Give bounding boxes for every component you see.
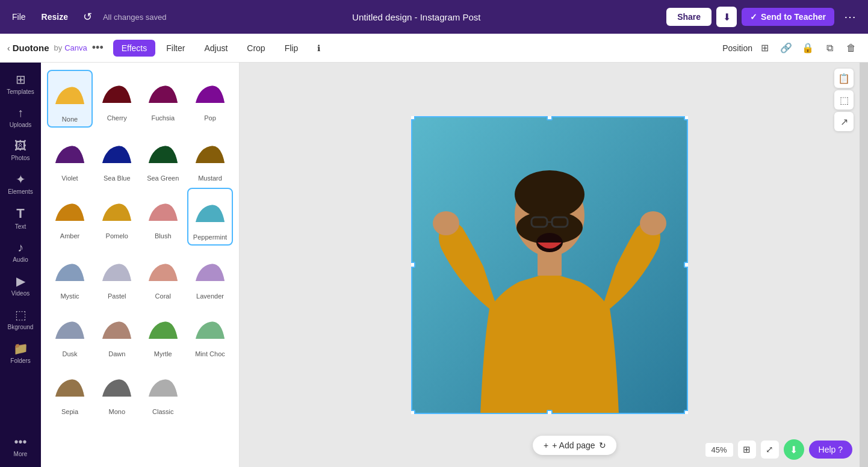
more-label: More [14, 451, 28, 457]
sidebar-item-folders[interactable]: 📁 Folders [2, 336, 39, 369]
send-teacher-button[interactable]: ✓ Send to Teacher [742, 8, 834, 26]
sidebar-item-uploads[interactable]: ↑ Uploads [2, 101, 39, 133]
add-page-label: + Add page [552, 441, 595, 450]
help-button[interactable]: Help ? [809, 441, 852, 459]
panel-more-button[interactable]: ••• [92, 42, 104, 54]
duotone-classic-icon [144, 367, 182, 406]
back-button[interactable]: ‹ Duotone [7, 43, 49, 53]
audio-icon: ♪ [17, 241, 23, 255]
notes-tool[interactable]: 📋 [834, 69, 854, 88]
duotone-fuchsia[interactable]: Fuchsia [141, 70, 185, 128]
duotone-pomelo[interactable]: Pomelo [95, 188, 139, 246]
canva-link[interactable]: Canva [64, 43, 87, 52]
svg-rect-4 [538, 252, 562, 276]
add-page-icon: + [544, 441, 548, 450]
copy-icon[interactable]: ⧉ [820, 39, 839, 58]
canvas-image[interactable]: ↻ [411, 116, 688, 414]
duotone-blush-icon [144, 191, 182, 230]
duotone-sepia[interactable]: Sepia [47, 363, 93, 419]
effects-button[interactable]: Effects [113, 40, 156, 57]
duotone-violet[interactable]: Violet [47, 130, 93, 185]
duotone-lavender-icon [191, 252, 229, 290]
delete-icon[interactable]: 🗑 [842, 39, 861, 58]
duotone-panel: None Cherry Fuchsia [41, 63, 240, 467]
crop-button[interactable]: Crop [238, 40, 273, 57]
sidebar-item-templates[interactable]: ⊞ Templates [2, 67, 39, 100]
filter-button[interactable]: Filter [158, 40, 193, 57]
duotone-mint-choc[interactable]: Mint Choc [187, 306, 233, 361]
elements-icon: ✦ [16, 172, 26, 187]
add-page-button[interactable]: + + Add page ↻ [533, 436, 616, 455]
duotone-dawn-icon [98, 309, 136, 348]
link-icon[interactable]: 🔗 [777, 39, 796, 58]
info-button[interactable]: ℹ [309, 40, 329, 57]
duotone-violet-icon [51, 134, 89, 172]
more-icon: ••• [14, 435, 26, 449]
share-button[interactable]: Share [666, 8, 711, 26]
duotone-mustard-label: Mustard [198, 175, 222, 182]
duotone-amber[interactable]: Amber [47, 188, 93, 246]
duotone-coral-icon [144, 252, 182, 290]
download-button[interactable]: ⬇ [716, 7, 737, 27]
grid-view-button[interactable]: ⊞ [738, 441, 756, 459]
zoom-level: 45% [705, 443, 733, 457]
sidebar-item-videos[interactable]: ▶ Videos [2, 269, 39, 302]
duotone-sea-blue-icon [98, 134, 136, 172]
sidebar-item-elements[interactable]: ✦ Elements [2, 167, 39, 200]
duotone-mustard[interactable]: Mustard [187, 130, 233, 185]
sidebar-item-more[interactable]: ••• More [2, 430, 39, 462]
sidebar-item-photos[interactable]: 🖼 Photos [2, 134, 39, 166]
duotone-coral[interactable]: Coral [141, 248, 185, 303]
duotone-scroll[interactable]: None Cherry Fuchsia [41, 63, 239, 467]
right-scrollbar[interactable] [860, 63, 868, 467]
svg-point-5 [433, 211, 459, 235]
duotone-cherry[interactable]: Cherry [95, 70, 139, 128]
duotone-lavender[interactable]: Lavender [187, 248, 233, 303]
duotone-sepia-label: Sepia [61, 408, 78, 415]
sidebar-item-audio[interactable]: ♪ Audio [2, 236, 39, 268]
duotone-sea-green[interactable]: Sea Green [141, 130, 185, 185]
duotone-amber-label: Amber [60, 232, 79, 240]
duotone-pastel-label: Pastel [108, 292, 126, 300]
duotone-peppermint-icon [191, 193, 229, 231]
duotone-mystic[interactable]: Mystic [47, 248, 93, 303]
sidebar-item-text[interactable]: T Text [2, 201, 39, 235]
flip-button[interactable]: Flip [276, 40, 307, 57]
secondary-toolbar: ‹ Duotone by Canva ••• Effects Filter Ad… [0, 34, 868, 63]
download-circle-button[interactable]: ⬇ [784, 439, 804, 460]
duotone-pastel[interactable]: Pastel [95, 248, 139, 303]
duotone-myrtle-icon [144, 309, 182, 348]
lock-icon[interactable]: 🔒 [798, 39, 817, 58]
duotone-dusk[interactable]: Dusk [47, 306, 93, 361]
expand-tool[interactable]: ↗ [834, 112, 854, 131]
adjust-button[interactable]: Adjust [196, 40, 236, 57]
resize-button[interactable]: Resize [37, 10, 73, 24]
duotone-none[interactable]: None [47, 70, 93, 128]
topbar-right: Share ⬇ ✓ Send to Teacher ⋯ [666, 7, 861, 27]
duotone-mustard-icon [191, 134, 229, 172]
file-menu[interactable]: File [7, 10, 31, 24]
duotone-peppermint[interactable]: Peppermint [187, 188, 233, 246]
bkground-icon: ⬚ [15, 308, 26, 322]
design-title: Untitled design - Instagram Post [171, 12, 662, 22]
position-button[interactable]: Position [722, 43, 752, 53]
duotone-mono[interactable]: Mono [95, 363, 139, 419]
duotone-classic[interactable]: Classic [141, 363, 185, 419]
duotone-cherry-label: Cherry [107, 114, 127, 122]
duotone-sea-blue[interactable]: Sea Blue [95, 130, 139, 185]
grid-icon[interactable]: ⊞ [755, 39, 774, 58]
duotone-blush[interactable]: Blush [141, 188, 185, 246]
timer-tool[interactable]: ⬚ [834, 90, 854, 110]
text-icon: T [16, 206, 24, 221]
undo-button[interactable]: ↺ [79, 8, 97, 26]
duotone-dawn[interactable]: Dawn [95, 306, 139, 361]
duotone-pop[interactable]: Pop [187, 70, 233, 128]
duotone-pop-icon [191, 73, 229, 112]
videos-label: Videos [11, 290, 29, 297]
duotone-myrtle[interactable]: Myrtle [141, 306, 185, 361]
more-options-button[interactable]: ⋯ [839, 7, 861, 26]
fit-view-button[interactable]: ⤢ [761, 441, 779, 459]
duotone-mint-choc-icon [191, 309, 229, 348]
duotone-mystic-label: Mystic [60, 292, 79, 300]
sidebar-item-bkground[interactable]: ⬚ Bkground [2, 303, 39, 335]
